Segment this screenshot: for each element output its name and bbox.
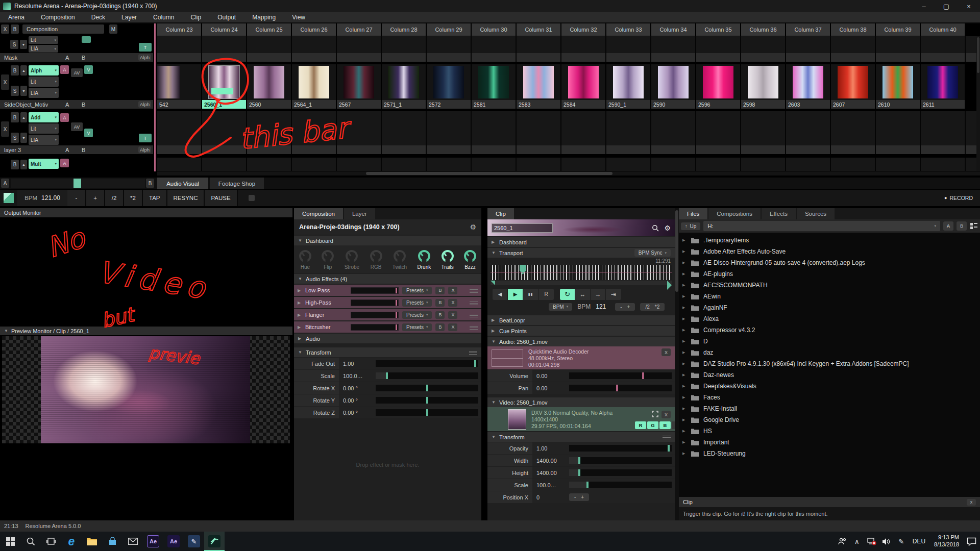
volume-slider[interactable] — [569, 372, 672, 379]
parameter-slider[interactable] — [376, 409, 478, 416]
folder-name[interactable]: Google Drive — [703, 416, 739, 423]
audio-effect-row[interactable]: ▶ Bitcrusher Presets▾ B X — [294, 321, 481, 333]
pause-button[interactable]: ▮▮ — [523, 289, 538, 300]
layer-bypass-button[interactable]: B — [11, 65, 19, 76]
clip-cell[interactable]: 2571_1 — [382, 64, 426, 109]
layer-down-button[interactable]: ▼ — [20, 86, 27, 96]
layer-solo-button[interactable]: S — [11, 133, 19, 143]
layer-t-button[interactable]: T — [139, 134, 152, 142]
expand-icon[interactable]: ▶ — [682, 418, 687, 422]
folder-row[interactable]: ▶ .TemporaryItems — [679, 235, 980, 246]
record-button[interactable]: ● RECORD — [944, 190, 980, 206]
parameter-value[interactable]: 1400.00 — [532, 467, 566, 479]
clip-label[interactable]: 2567 — [337, 100, 381, 109]
folder-name[interactable]: Faces — [703, 394, 720, 401]
clip-label[interactable]: 2611 — [921, 100, 965, 109]
clip-thumbnail[interactable] — [883, 66, 913, 98]
column-header[interactable]: Column 36 — [741, 23, 785, 36]
crossfader-track[interactable] — [11, 179, 145, 188]
knob-dial[interactable] — [370, 250, 382, 262]
layer-solo-button[interactable]: S — [10, 40, 18, 49]
clip-grid-label-row[interactable] — [157, 53, 980, 62]
folder-name[interactable]: HS — [703, 428, 712, 435]
clip-cell[interactable]: 2590_1 — [606, 64, 650, 109]
drag-handle[interactable] — [470, 325, 478, 330]
crossfader-a-button[interactable]: A — [1, 179, 9, 188]
layer-av-button[interactable]: AV — [71, 68, 83, 77]
dashboard-knob[interactable]: Trails — [442, 250, 454, 270]
dashboard-knob[interactable]: Strobe — [345, 250, 359, 270]
presets-dropdown[interactable]: Presets▾ — [402, 311, 432, 319]
audio-section-header[interactable]: ▶ Audio — [294, 334, 481, 343]
clip-label[interactable]: 2560 — [247, 100, 291, 109]
remove-button[interactable]: X — [448, 323, 457, 331]
clip-thumbnail[interactable] — [568, 66, 599, 98]
parameter-value[interactable]: 100.0… — [339, 370, 373, 382]
layer-bypass-button[interactable]: B — [11, 112, 19, 122]
parameter-value[interactable]: 1400.00 — [532, 455, 566, 466]
column-header[interactable]: Column 33 — [606, 23, 650, 36]
folder-row[interactable]: ▶ Adobe After Effects Auto-Save — [679, 246, 980, 257]
bypass-button[interactable]: B — [435, 299, 445, 307]
bpm-mode-dropdown[interactable]: BPM▾ — [549, 303, 572, 311]
clip-cell[interactable]: 2607 — [831, 64, 875, 109]
resolume-taskbar-icon[interactable] — [204, 532, 225, 551]
parameter-value[interactable]: 0.00 ° — [339, 407, 373, 418]
menu-item[interactable]: Output — [209, 14, 244, 21]
gear-icon[interactable]: ⚙ — [664, 224, 671, 232]
clip-bpm-value[interactable]: 121 — [596, 303, 606, 310]
clip-panel-scrollbar[interactable] — [675, 208, 679, 520]
layer-av-button[interactable]: AV — [71, 122, 83, 131]
after-effects-icon[interactable]: Ae — [143, 532, 163, 551]
minimize-button[interactable]: – — [913, 0, 935, 12]
cue-points-header[interactable]: ▶ Cue Points — [487, 326, 675, 336]
view-mode-icon[interactable] — [970, 222, 978, 230]
clip-label[interactable]: 2590 — [651, 100, 695, 109]
bpm-mult-buttons[interactable]: /2*2 — [640, 303, 665, 311]
remove-video-button[interactable]: X — [662, 411, 671, 418]
menu-item[interactable]: Mapping — [244, 14, 284, 21]
clip-label[interactable]: 2596 — [696, 100, 740, 109]
audio-effect-row[interactable]: ▶ Flanger Presets▾ B X — [294, 309, 481, 320]
audio-effects-section-header[interactable]: ▼ Audio Effects (4) — [294, 274, 481, 284]
people-icon[interactable] — [837, 534, 848, 549]
folder-row[interactable]: ▶ AgainNF — [679, 302, 980, 313]
path-dropdown[interactable]: H:▾ — [703, 221, 940, 231]
column-header[interactable]: Column 27 — [337, 23, 381, 36]
volume-value[interactable]: 0.00 — [532, 370, 566, 382]
bypass-button[interactable]: B — [435, 323, 445, 331]
layer-up-button[interactable]: ▲ — [20, 112, 27, 122]
clip-label[interactable]: 2583 — [517, 100, 560, 109]
parameter-slider[interactable] — [376, 385, 478, 391]
folder-name[interactable]: Alexa — [703, 315, 719, 322]
video-file-header[interactable]: ▼ Video: 2560_1.mov — [487, 397, 675, 407]
clip-label[interactable]: 2603 — [786, 100, 830, 109]
clip-thumbnail[interactable] — [523, 66, 554, 98]
presets-dropdown[interactable]: Presets▾ — [402, 299, 432, 307]
layer-blend-dropdown[interactable]: Mult▾ — [29, 159, 59, 169]
sync-mode-dropdown[interactable]: BPM Sync▾ — [634, 249, 671, 257]
column-header[interactable]: Column 40 — [921, 23, 965, 36]
expand-icon[interactable]: ▶ — [682, 362, 687, 366]
taskbar-clock[interactable]: 9:13 PM 8/13/2018 — [931, 534, 962, 548]
collapse-icon[interactable]: ▼ — [4, 329, 8, 333]
folder-row[interactable]: ▶ AE-plugins — [679, 268, 980, 280]
remove-button[interactable]: X — [448, 299, 457, 307]
layer-x-button[interactable]: X — [1, 74, 9, 90]
layer-down-button[interactable]: ▼ — [20, 40, 27, 49]
folder-row[interactable]: ▶ LED-Steuerung — [679, 448, 980, 459]
layer-v-button[interactable]: V — [84, 65, 93, 74]
drag-handle[interactable] — [663, 435, 671, 439]
browser-tab[interactable]: Files — [679, 208, 707, 219]
menu-item[interactable]: Clip — [182, 14, 209, 21]
clip-label[interactable]: 2584 — [561, 100, 605, 109]
folder-name[interactable]: FAKE-Install — [703, 405, 737, 412]
layer-blend-b-dropdown[interactable]: Lit▾ — [29, 123, 59, 134]
expand-icon[interactable]: ▶ — [682, 440, 687, 444]
layer-blend-b-dropdown[interactable]: Lit▾ — [29, 77, 59, 87]
composition-b-button[interactable]: B — [11, 24, 19, 34]
column-header[interactable]: Column 31 — [517, 23, 560, 36]
clip-grid-label-row[interactable] — [157, 145, 980, 154]
folder-row[interactable]: ▶ HS — [679, 425, 980, 437]
clip-label[interactable]: 2581 — [472, 100, 516, 109]
